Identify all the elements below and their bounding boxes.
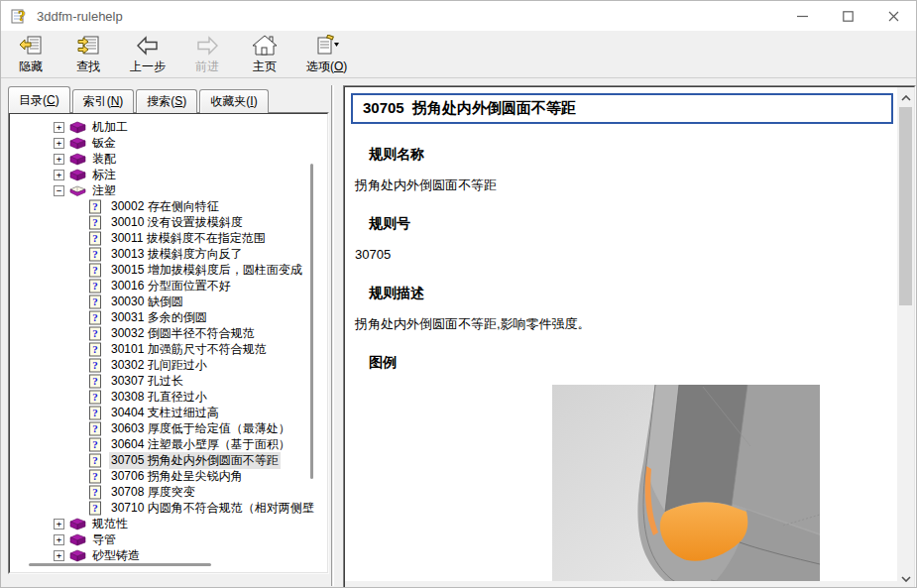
toolbar-button-forward-arrow[interactable]: 前进 — [185, 34, 229, 75]
tree-item-icon — [69, 183, 86, 198]
tree-item-icon: ? — [88, 421, 105, 436]
tree-item-label: 30010 没有设置拔模斜度 — [109, 214, 245, 231]
content-horizontal-scrollbar[interactable] — [345, 581, 897, 588]
tree-item[interactable]: − 注塑 — [10, 182, 327, 198]
tree-item-icon: ? — [88, 199, 105, 214]
scroll-down-icon[interactable] — [897, 570, 914, 587]
svg-text:?: ? — [92, 407, 98, 418]
svg-text:?: ? — [92, 502, 98, 514]
tree-item[interactable]: ? 30603 厚度低于给定值（最薄处） — [10, 420, 327, 436]
tree-item[interactable]: ? 30101 加强筋尺寸不符合规范 — [10, 341, 327, 357]
tree-item-label: 30307 孔过长 — [109, 373, 185, 390]
tree-item[interactable]: ? 30705 拐角处内外倒圆面不等距 — [10, 452, 327, 468]
tree-item-label: 30013 拔模斜度方向反了 — [109, 246, 245, 263]
titlebar: ? 3ddfm-rulehelp — [1, 1, 916, 31]
tree-item[interactable]: ? 30002 存在侧向特征 — [10, 198, 327, 214]
tree-item[interactable]: ? 30307 孔过长 — [10, 373, 327, 389]
tree-item-icon: ? — [88, 231, 105, 246]
tree-item[interactable]: ? 30308 孔直径过小 — [10, 389, 327, 405]
tree-item[interactable]: ? 30031 多余的倒圆 — [10, 309, 327, 325]
expand-toggle-icon[interactable]: + — [54, 170, 64, 180]
expand-toggle-icon[interactable]: − — [54, 185, 64, 196]
tree-item[interactable]: ? 30706 拐角处呈尖锐内角 — [10, 468, 327, 484]
tree-item-icon: ? — [88, 453, 105, 468]
tree-item[interactable]: + 机加工 — [10, 119, 327, 135]
tree-item[interactable]: ? 30015 增加拔模斜度后，圆柱面变成 — [10, 262, 327, 278]
tab-搜索[interactable]: 搜索(S) — [136, 89, 197, 113]
tree-item-icon: ? — [88, 374, 105, 389]
expand-toggle-icon[interactable]: + — [54, 519, 64, 529]
tree-horizontal-scrollbar[interactable] — [29, 563, 211, 566]
maximize-button[interactable] — [825, 1, 870, 31]
tree-item-icon: ? — [88, 310, 105, 325]
tree-item[interactable]: + 导管 — [10, 531, 327, 547]
tree-item[interactable]: ? 30604 注塑最小壁厚（基于面积） — [10, 436, 327, 452]
tree-item-label: 装配 — [90, 151, 118, 168]
tree-item[interactable]: + 规范性 — [10, 516, 327, 531]
svg-text:?: ? — [92, 295, 98, 307]
tab-label: 索引(N) — [83, 93, 124, 110]
tab-label: 目录(C) — [19, 92, 59, 109]
contents-tree-panel: + 机加工 + 钣金 + 装配 + 标注 − 注塑 ? — [8, 112, 329, 574]
tab-目录[interactable]: 目录(C) — [8, 86, 70, 113]
tree-item-icon — [69, 548, 86, 563]
expand-toggle-icon[interactable]: + — [54, 122, 64, 133]
help-window: ? 3ddfm-rulehelp 隐藏 查找 上一步 前进 — [0, 0, 917, 588]
tree-item[interactable]: + 钣金 — [10, 135, 327, 151]
tree-item[interactable]: ? 30011 拔模斜度不在指定范围 — [10, 230, 327, 246]
figure-corner-fillet — [552, 385, 820, 583]
tree-item[interactable]: ? 30404 支柱过细过高 — [10, 405, 327, 420]
tree-item-label: 砂型铸造 — [90, 547, 142, 564]
topic-section: 规则描述 拐角处内外倒圆面不等距,影响零件强度。 — [345, 285, 897, 332]
pane-splitter[interactable] — [331, 85, 334, 586]
tree-item[interactable]: ? 30302 孔间距过小 — [10, 357, 327, 373]
tree-item-icon: ? — [88, 501, 105, 516]
tree-item-icon: ? — [88, 279, 105, 294]
toolbar-button-back-arrow[interactable]: 上一步 — [124, 34, 172, 75]
tab-索引[interactable]: 索引(N) — [72, 89, 135, 113]
expand-toggle-icon[interactable]: + — [54, 154, 64, 165]
tree-item[interactable]: ? 30708 厚度突变 — [10, 484, 327, 500]
topic-section: 图例 — [345, 354, 897, 371]
tree-item[interactable]: ? 30710 内圆角不符合规范（相对两侧壁 — [10, 500, 327, 516]
tree-item[interactable]: ? 30010 没有设置拔模斜度 — [10, 214, 327, 230]
tree-item-label: 30706 拐角处呈尖锐内角 — [109, 468, 245, 485]
tree-item-label: 30002 存在侧向特征 — [109, 198, 221, 215]
content-scrollbar-thumb[interactable] — [899, 107, 912, 305]
tab-收藏夹[interactable]: 收藏夹(I) — [199, 89, 268, 113]
expand-toggle-icon[interactable]: + — [54, 138, 64, 149]
toolbar-button-hide-pane[interactable]: 隐藏 — [9, 34, 53, 75]
tree-item[interactable]: ? 30016 分型面位置不好 — [10, 278, 327, 294]
help-file-icon: ? — [11, 8, 29, 24]
minimize-button[interactable] — [779, 1, 825, 31]
topic-title-box: 30705 拐角处内外倒圆面不等距 — [351, 93, 893, 124]
toolbar-button-home[interactable]: 主页 — [243, 34, 287, 75]
tree-item-icon — [69, 517, 86, 531]
tree-vertical-scrollbar[interactable] — [310, 164, 313, 479]
expand-toggle-icon[interactable]: + — [54, 534, 64, 545]
tree-item-label: 30030 缺倒圆 — [109, 294, 185, 310]
svg-text:?: ? — [92, 248, 98, 260]
svg-text:?: ? — [92, 343, 98, 355]
svg-text:?: ? — [92, 280, 98, 292]
tree-item[interactable]: + 砂型铸造 — [10, 547, 327, 563]
tree-item[interactable]: ? 30013 拔模斜度方向反了 — [10, 246, 327, 262]
section-body: 拐角处内外倒圆面不等距,影响零件强度。 — [355, 315, 897, 332]
expand-toggle-icon[interactable]: + — [54, 550, 64, 561]
tree-item-label: 30016 分型面位置不好 — [109, 278, 233, 294]
scroll-up-icon[interactable] — [897, 89, 914, 106]
tree-item[interactable]: ? 30032 倒圆半径不符合规范 — [10, 325, 327, 341]
toolbar-button-label: 查找 — [76, 59, 100, 75]
toolbar-button-options[interactable]: 选项(O) — [300, 34, 353, 75]
svg-text:?: ? — [92, 375, 98, 387]
svg-text:?: ? — [92, 359, 98, 371]
toolbar-button-locate[interactable]: 查找 — [66, 34, 110, 75]
tree-item[interactable]: + 装配 — [10, 151, 327, 167]
topic-section: 规则名称 拐角处内外倒圆面不等距 — [345, 146, 897, 193]
tree-item[interactable]: + 标注 — [10, 167, 327, 182]
tree-item-icon: ? — [88, 406, 105, 420]
tree-item-icon — [69, 120, 86, 135]
tree-item-icon: ? — [88, 215, 105, 230]
tree-item[interactable]: ? 30030 缺倒圆 — [10, 294, 327, 309]
close-button[interactable] — [870, 1, 916, 31]
